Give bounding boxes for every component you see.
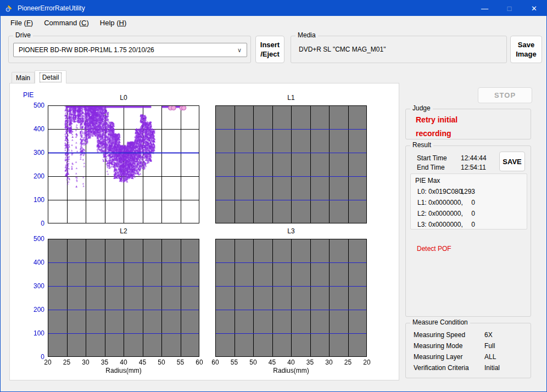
x-tick-label: 50 <box>154 359 169 366</box>
application-window: { "window": { "title": "PioneerErrorRate… <box>0 0 547 392</box>
chart-l0: L0 0100200300400500 <box>48 105 199 223</box>
insert-eject-label-line1: Insert <box>260 40 280 49</box>
chart-l0-ylabels: 0100200300400500 <box>25 105 44 223</box>
start-time-value: 12:44:44 <box>461 154 487 162</box>
media-group-label: Media <box>295 31 318 39</box>
y-tick-label: 500 <box>25 235 44 243</box>
chart-panel: PIE L0 0100200300400500 L1 L2 0100200300… <box>9 83 399 380</box>
verification-criteria-value: Initial <box>484 364 500 372</box>
end-time-label: End Time <box>417 164 445 171</box>
measuring-mode-value: Full <box>484 342 495 350</box>
x-tick-label: 45 <box>136 359 150 366</box>
tab-detail-label: Detail <box>40 72 62 82</box>
y-tick-label: 100 <box>25 196 44 204</box>
chart-l1: L1 <box>215 105 367 223</box>
chart-l3-xaxis-title: Radius(mm) <box>215 367 367 374</box>
result-groupbox: Result Start Time 12:44:44 End Time 12:5… <box>405 145 531 317</box>
y-tick-label: 400 <box>25 125 44 133</box>
start-time-label: Start Time <box>417 154 447 162</box>
chart-l2-xaxis-title: Radius(mm) <box>48 367 199 374</box>
pie-max-l3-value: 0 <box>444 221 475 228</box>
tab-detail[interactable]: Detail <box>35 70 66 83</box>
chart-l2: L2 0100200300400500 202530354045505560 R… <box>48 239 199 357</box>
chart-l3-ylabels <box>192 239 212 357</box>
app-icon <box>5 4 14 13</box>
chart-l2-canvas <box>48 239 199 357</box>
stop-button[interactable]: STOP <box>478 87 532 103</box>
y-tick-label: 200 <box>25 172 44 180</box>
x-tick-label: 30 <box>79 359 93 366</box>
judge-line-1: Retry initial <box>416 113 457 127</box>
judge-result-text: Retry initial recording <box>416 113 457 141</box>
save-button[interactable]: SAVE <box>499 152 525 171</box>
save-image-button[interactable]: Save Image <box>510 36 542 63</box>
chart-l1-title: L1 <box>215 94 367 102</box>
detect-pof-text: Detect POF <box>417 245 451 253</box>
x-tick-label: 55 <box>227 359 242 366</box>
pie-max-label: PIE Max <box>415 177 440 184</box>
chart-l1-ylabels <box>192 105 212 223</box>
y-tick-label: 500 <box>25 102 44 109</box>
menu-item-command[interactable]: Command (C) <box>38 17 94 29</box>
y-tick-label: 300 <box>25 149 44 156</box>
y-tick-label: 300 <box>25 282 44 290</box>
pie-axis-label: PIE <box>23 91 34 99</box>
pie-max-l1-value: 0 <box>444 199 475 206</box>
result-group-label: Result <box>410 141 433 149</box>
drive-selected-value: PIONEER BD-RW BDR-PR1ML 1.75 20/10/26 <box>19 46 154 54</box>
y-tick-label: 100 <box>25 329 44 337</box>
x-tick-label: 35 <box>98 359 112 366</box>
verification-criteria-label: Verification Criteria <box>414 364 469 372</box>
x-tick-label: 55 <box>174 359 188 366</box>
chart-l0-title: L0 <box>48 94 199 102</box>
chart-l3-canvas <box>215 239 367 357</box>
y-tick-label: 400 <box>25 259 44 266</box>
x-tick-label: 40 <box>116 359 131 366</box>
drive-combobox[interactable]: PIONEER BD-RW BDR-PR1ML 1.75 20/10/26 ∨ <box>13 43 247 57</box>
close-button[interactable]: ✕ <box>522 1 546 16</box>
chart-l2-title: L2 <box>48 227 199 235</box>
judge-groupbox: Judge Retry initial recording <box>405 109 531 139</box>
x-tick-label: 60 <box>208 359 222 366</box>
x-tick-label: 35 <box>303 359 317 366</box>
insert-eject-label-line2: /Eject <box>260 49 280 59</box>
judge-group-label: Judge <box>410 104 433 112</box>
end-time-value: 12:54:11 <box>461 164 486 171</box>
x-tick-label: 45 <box>265 359 280 366</box>
x-tick-label: 25 <box>60 359 74 366</box>
chart-l2-ylabels: 0100200300400500 <box>25 239 44 357</box>
tab-main[interactable]: Main <box>12 72 35 83</box>
measuring-mode-label: Measuring Mode <box>414 342 462 350</box>
x-tick-label: 20 <box>360 359 374 366</box>
insert-eject-button[interactable]: Insert /Eject <box>255 36 284 63</box>
menu-item-file[interactable]: File (F) <box>5 17 38 29</box>
save-image-label-line2: Image <box>516 49 537 59</box>
x-tick-label: 50 <box>246 359 260 366</box>
measuring-layer-label: Measuring Layer <box>414 353 462 361</box>
menu-item-help[interactable]: Help (H) <box>94 17 132 29</box>
window-controls: — □ ✕ <box>472 1 546 16</box>
measure-condition-groupbox: Measure Condition Measuring Speed 6X Mea… <box>405 323 531 378</box>
chart-l3-title: L3 <box>215 227 367 235</box>
chart-l3: L3 605550454035302520 Radius(mm) <box>215 239 367 357</box>
x-tick-label: 40 <box>284 359 298 366</box>
stop-button-label: STOP <box>494 91 516 100</box>
chevron-down-icon: ∨ <box>237 47 242 54</box>
menu-bar: File (F) Command (C) Help (H) <box>1 16 546 29</box>
minimize-button[interactable]: — <box>472 1 497 16</box>
pie-max-l2-value: 0 <box>444 210 475 217</box>
measuring-speed-label: Measuring Speed <box>414 331 465 339</box>
media-value: DVD+R SL "CMC MAG_M01" <box>299 46 386 53</box>
measuring-speed-value: 6X <box>484 331 493 339</box>
x-tick-label: 60 <box>192 359 206 366</box>
pie-max-l0-value: 1293 <box>444 188 475 195</box>
pie-max-box: PIE Max L0: 0x019C080, 1293 L1: 0x000000… <box>410 173 527 229</box>
measuring-layer-value: ALL <box>484 353 496 361</box>
window-title: PioneerErrorRateUtility <box>18 4 85 12</box>
chart-l0-canvas <box>48 105 199 223</box>
measure-condition-group-label: Measure Condition <box>410 318 470 326</box>
maximize-button[interactable]: □ <box>497 1 522 16</box>
save-button-label: SAVE <box>503 157 521 166</box>
save-image-label-line1: Save <box>518 40 534 49</box>
chart-l1-canvas <box>215 105 367 223</box>
